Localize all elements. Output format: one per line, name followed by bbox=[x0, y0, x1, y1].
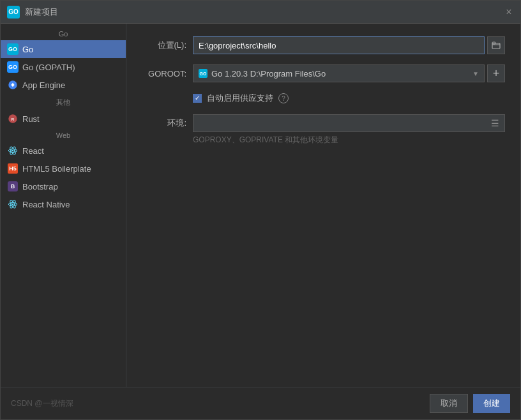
watermark: CSDN @一视情深 bbox=[11, 398, 425, 409]
bootstrap-icon: B bbox=[7, 181, 19, 192]
sidebar-item-appengine[interactable]: App Engine bbox=[1, 76, 126, 94]
location-row: 位置(L): bbox=[142, 36, 505, 54]
vendor-support-label: 自动启用供应支持 bbox=[207, 93, 273, 104]
sidebar-item-appengine-label: App Engine bbox=[22, 80, 65, 90]
env-input-box: ☰ bbox=[193, 114, 505, 132]
sidebar-item-gopath[interactable]: GO Go (GOPATH) bbox=[1, 58, 126, 76]
goroot-label: GOROOT: bbox=[142, 69, 186, 79]
go-gopath-icon: GO bbox=[7, 61, 19, 73]
sidebar-item-gopath-label: Go (GOPATH) bbox=[22, 63, 75, 72]
sidebar-item-react[interactable]: React bbox=[1, 142, 126, 160]
app-logo: GO bbox=[7, 6, 20, 19]
sidebar-item-html5-label: HTML5 Boilerplate bbox=[22, 164, 91, 174]
section-label-go: Go bbox=[1, 26, 126, 40]
goroot-add-button[interactable]: + bbox=[487, 64, 505, 82]
location-label: 位置(L): bbox=[142, 40, 186, 51]
location-input[interactable] bbox=[193, 36, 485, 54]
help-icon[interactable]: ? bbox=[278, 93, 289, 103]
goroot-select-value: Go 1.20.3 D:\Program Files\Go bbox=[211, 69, 326, 79]
vendor-support-checkbox[interactable]: ✓ bbox=[193, 94, 202, 103]
dialog-content: Go GO Go GO Go (GOPATH) bbox=[1, 24, 520, 387]
react-native-icon bbox=[7, 199, 19, 210]
cancel-button[interactable]: 取消 bbox=[430, 394, 468, 413]
sidebar-item-bootstrap[interactable]: B Bootstrap bbox=[1, 177, 126, 195]
sidebar-item-go-label: Go bbox=[22, 45, 33, 54]
checkmark-icon: ✓ bbox=[195, 95, 200, 101]
env-hint: GOPROXY、GOPRIVATE 和其他环境变量 bbox=[193, 135, 505, 146]
sidebar-item-react-native-label: React Native bbox=[22, 200, 70, 209]
chevron-down-icon: ▼ bbox=[472, 70, 479, 77]
sidebar-item-react-native[interactable]: React Native bbox=[1, 195, 126, 213]
html5-icon: H5 bbox=[7, 163, 19, 174]
env-label: 环境: bbox=[142, 114, 186, 129]
env-edit-icon[interactable]: ☰ bbox=[491, 118, 499, 128]
env-input-wrap: ☰ GOPROXY、GOPRIVATE 和其他环境变量 bbox=[193, 114, 505, 146]
svg-point-10 bbox=[12, 204, 14, 206]
sidebar-item-rust-label: Rust bbox=[22, 114, 40, 124]
sidebar-item-rust[interactable]: R Rust bbox=[1, 110, 126, 128]
go-icon: GO bbox=[7, 43, 19, 55]
env-row: 环境: ☰ GOPROXY、GOPRIVATE 和其他环境变量 bbox=[142, 114, 505, 146]
main-panel: 位置(L): GOROOT: bbox=[126, 24, 520, 387]
svg-point-6 bbox=[12, 150, 14, 152]
location-browse-button[interactable] bbox=[487, 36, 505, 54]
goroot-select[interactable]: GO Go 1.20.3 D:\Program Files\Go ▼ bbox=[193, 64, 485, 82]
goroot-select-wrap: GO Go 1.20.3 D:\Program Files\Go ▼ + bbox=[193, 64, 505, 82]
goroot-go-icon: GO bbox=[199, 69, 208, 78]
sidebar-item-html5[interactable]: H5 HTML5 Boilerplate bbox=[1, 160, 126, 177]
footer: CSDN @一视情深 取消 创建 bbox=[1, 387, 520, 419]
dialog-title: 新建项目 bbox=[25, 6, 504, 18]
rust-icon: R bbox=[7, 113, 19, 124]
sidebar-item-react-label: React bbox=[22, 146, 44, 156]
dialog: GO 新建项目 × Go GO Go GO Go (GOPATH) bbox=[0, 0, 521, 420]
location-control bbox=[193, 36, 505, 54]
vendor-support-row: ✓ 自动启用供应支持 ? bbox=[142, 93, 505, 104]
section-label-other: 其他 bbox=[1, 94, 126, 110]
env-input[interactable] bbox=[199, 119, 491, 128]
sidebar-item-go[interactable]: GO Go bbox=[1, 40, 126, 58]
title-bar: GO 新建项目 × bbox=[1, 1, 520, 24]
appengine-icon bbox=[7, 79, 19, 91]
close-button[interactable]: × bbox=[504, 7, 514, 17]
goroot-select-left: GO Go 1.20.3 D:\Program Files\Go bbox=[199, 69, 326, 79]
goroot-row: GOROOT: GO Go 1.20.3 D:\Program Files\Go… bbox=[142, 64, 505, 82]
svg-text:R: R bbox=[11, 117, 15, 121]
section-label-web: Web bbox=[1, 128, 126, 142]
sidebar-item-bootstrap-label: Bootstrap bbox=[22, 182, 58, 191]
create-button[interactable]: 创建 bbox=[473, 394, 510, 413]
sidebar: Go GO Go GO Go (GOPATH) bbox=[1, 24, 126, 387]
react-icon bbox=[7, 145, 19, 156]
